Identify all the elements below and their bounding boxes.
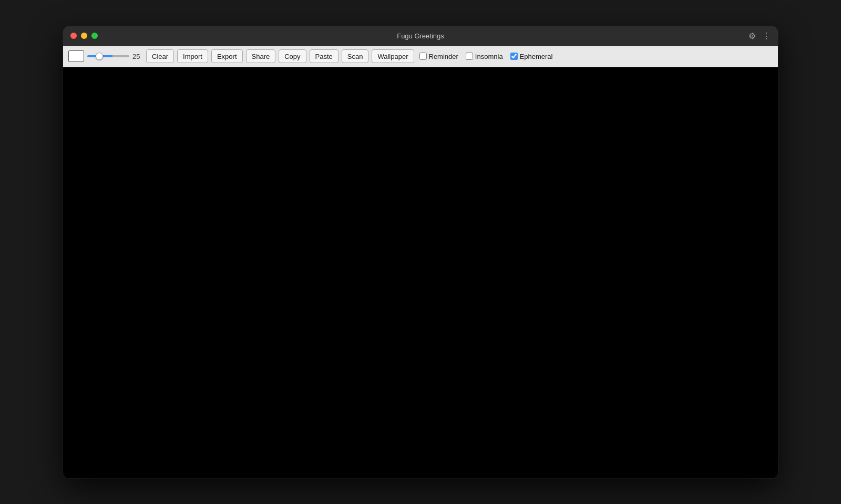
insomnia-text: Insomnia bbox=[475, 53, 503, 60]
menu-icon[interactable]: ⋮ bbox=[762, 31, 771, 41]
copy-button[interactable]: Copy bbox=[279, 49, 306, 63]
ephemeral-label[interactable]: Ephemeral bbox=[510, 53, 553, 60]
reminder-checkbox[interactable] bbox=[419, 53, 427, 60]
slider-container: 25 bbox=[87, 53, 143, 60]
import-button[interactable]: Import bbox=[177, 49, 208, 63]
extensions-icon[interactable]: ⚙ bbox=[748, 31, 756, 41]
wallpaper-button[interactable]: Wallpaper bbox=[372, 49, 414, 63]
close-button[interactable] bbox=[70, 33, 77, 39]
share-button[interactable]: Share bbox=[246, 49, 276, 63]
canvas-area[interactable] bbox=[63, 67, 778, 478]
maximize-button[interactable] bbox=[91, 33, 98, 39]
color-swatch[interactable] bbox=[68, 50, 84, 62]
paste-button[interactable]: Paste bbox=[310, 49, 339, 63]
minimize-button[interactable] bbox=[81, 33, 87, 39]
titlebar: Fugu Greetings ⚙ ⋮ bbox=[63, 26, 778, 46]
reminder-text: Reminder bbox=[429, 53, 458, 60]
checkbox-group: Reminder Insomnia Ephemeral bbox=[419, 53, 553, 60]
app-window: Fugu Greetings ⚙ ⋮ 25 Clear Import Expor… bbox=[63, 26, 778, 478]
slider-value: 25 bbox=[132, 53, 143, 60]
brush-size-slider[interactable] bbox=[87, 55, 129, 57]
ephemeral-text: Ephemeral bbox=[520, 53, 553, 60]
clear-button[interactable]: Clear bbox=[146, 49, 174, 63]
insomnia-label[interactable]: Insomnia bbox=[466, 53, 503, 60]
toolbar: 25 Clear Import Export Share Copy Paste … bbox=[63, 46, 778, 67]
window-title: Fugu Greetings bbox=[397, 32, 444, 40]
export-button[interactable]: Export bbox=[211, 49, 243, 63]
scan-button[interactable]: Scan bbox=[342, 49, 369, 63]
insomnia-checkbox[interactable] bbox=[466, 53, 473, 60]
titlebar-right-controls: ⚙ ⋮ bbox=[748, 31, 771, 41]
reminder-label[interactable]: Reminder bbox=[419, 53, 458, 60]
ephemeral-checkbox[interactable] bbox=[510, 53, 518, 60]
traffic-lights bbox=[70, 33, 98, 39]
